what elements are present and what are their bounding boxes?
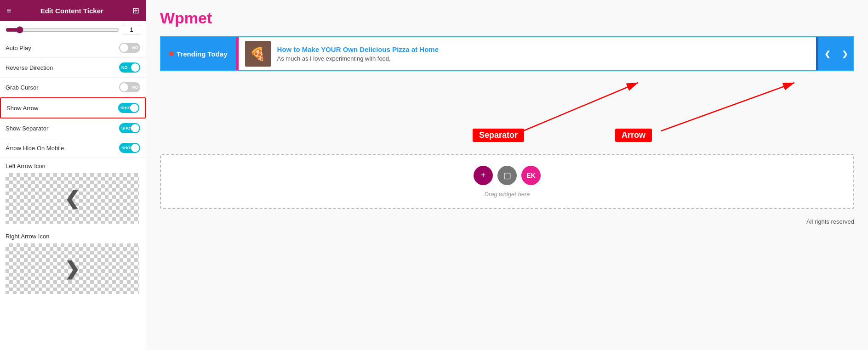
speed-value[interactable]: 1: [123, 25, 140, 34]
footer-text: All rights reserved: [146, 214, 868, 230]
arrow-annotation-label: Arrow: [615, 129, 652, 142]
drag-widget-area[interactable]: + ▢ EK Drag widget here: [160, 154, 854, 209]
ticker-prev-button[interactable]: ❮: [818, 37, 836, 70]
grab-cursor-toggle[interactable]: NO: [119, 82, 140, 92]
ticker-label-text: Trending Today: [177, 50, 228, 58]
ticker-next-button[interactable]: ❯: [836, 37, 853, 70]
widget-button-red[interactable]: EK: [521, 166, 541, 185]
autoplay-toggle-wrap: NO: [119, 43, 140, 53]
reverse-direction-toggle[interactable]: NO: [119, 62, 140, 73]
speed-slider[interactable]: [6, 26, 119, 34]
autoplay-label: Auto Play: [6, 45, 31, 51]
ticker-thumbnail: 🍕: [245, 41, 271, 67]
left-arrow-icon: ❮: [64, 188, 80, 209]
annotation-area: Separator Arrow: [160, 76, 854, 149]
reverse-direction-toggle-wrap: NO: [119, 62, 140, 73]
show-separator-toggle-wrap: SHOW: [119, 123, 140, 133]
ticker-dot: [169, 51, 174, 56]
show-arrow-label: Show Arrow: [6, 105, 38, 112]
main-header: Wpmet: [146, 0, 868, 32]
drag-text: Drag widget here: [485, 191, 530, 198]
svg-line-1: [523, 83, 638, 131]
separator-annotation-label: Separator: [473, 129, 524, 142]
arrow-hide-mobile-row: Arrow Hide On Mobile SHOW: [0, 138, 146, 158]
slider-row: 1: [0, 21, 146, 38]
show-separator-toggle[interactable]: SHOW: [119, 123, 140, 133]
sidebar: ≡ Edit Content Ticker ⊞ 1 Auto Play NO R…: [0, 0, 146, 350]
grid-icon[interactable]: ⊞: [132, 6, 139, 16]
left-arrow-icon-preview: ❮: [6, 173, 139, 224]
arrow-hide-mobile-label: Arrow Hide On Mobile: [6, 145, 64, 152]
show-arrow-toggle[interactable]: SHOW: [118, 103, 139, 113]
reverse-direction-row: Reverse Direction NO: [0, 58, 146, 78]
add-widget-button[interactable]: +: [474, 166, 493, 185]
grab-cursor-row: Grab Cursor NO: [0, 78, 146, 97]
grab-cursor-label: Grab Cursor: [6, 84, 39, 91]
arrow-hide-mobile-toggle[interactable]: SHOW: [119, 143, 140, 153]
svg-line-2: [661, 83, 794, 131]
sidebar-header: ≡ Edit Content Ticker ⊞: [0, 0, 146, 21]
ticker-text: How to Make YOUR Own Delicious Pizza at …: [277, 45, 810, 62]
drag-buttons-group: + ▢ EK: [474, 166, 541, 185]
arrow-hide-mobile-toggle-wrap: SHOW: [119, 143, 140, 153]
autoplay-row: Auto Play NO: [0, 38, 146, 58]
show-arrow-toggle-wrap: SHOW: [118, 103, 139, 113]
grab-cursor-toggle-wrap: NO: [119, 82, 140, 92]
left-arrow-icon-label: Left Arrow Icon: [0, 158, 146, 171]
reverse-direction-label: Reverse Direction: [6, 64, 53, 71]
right-arrow-icon-preview: ❯: [6, 243, 139, 294]
ticker-subtext: As much as I love experimenting with foo…: [277, 55, 810, 62]
show-separator-row: Show Separator SHOW: [0, 119, 146, 138]
right-arrow-icon: ❯: [64, 258, 80, 279]
sidebar-title: Edit Content Ticker: [40, 7, 103, 15]
menu-icon[interactable]: ≡: [6, 6, 11, 16]
show-arrow-row: Show Arrow SHOW: [0, 97, 146, 119]
ticker-content: 🍕 How to Make YOUR Own Delicious Pizza a…: [239, 37, 816, 70]
ticker-arrows: ❮ ❯: [818, 37, 853, 70]
main-content: Wpmet Trending Today 🍕 How to Make YOUR …: [146, 0, 868, 350]
ticker-label: Trending Today: [161, 37, 236, 70]
autoplay-toggle[interactable]: NO: [119, 43, 140, 53]
right-arrow-icon-label: Right Arrow Icon: [0, 228, 146, 242]
ticker-widget: Trending Today 🍕 How to Make YOUR Own De…: [160, 36, 854, 71]
show-separator-label: Show Separator: [6, 125, 48, 132]
page-title: Wpmet: [160, 9, 212, 27]
widget-button-gray[interactable]: ▢: [497, 166, 517, 185]
ticker-headline: How to Make YOUR Own Delicious Pizza at …: [277, 45, 810, 53]
